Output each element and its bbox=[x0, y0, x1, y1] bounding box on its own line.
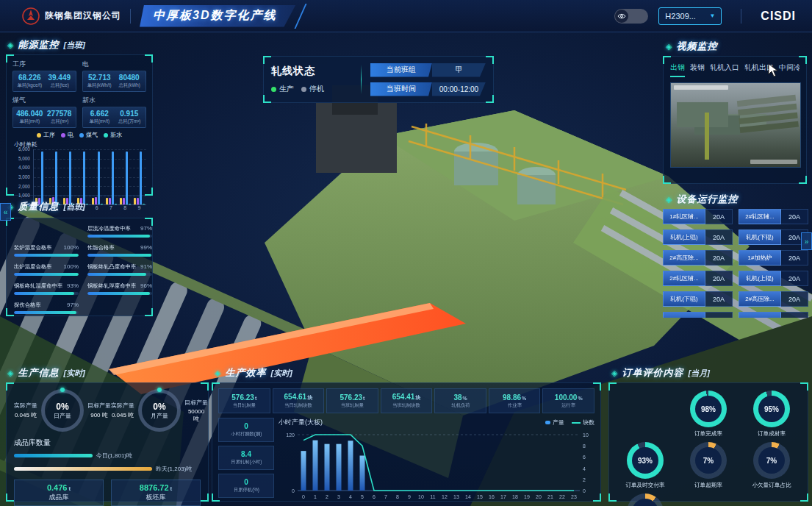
svg-text:5: 5 bbox=[361, 494, 364, 499]
production-title-text: 生产信息 bbox=[18, 366, 59, 380]
line-status-panel: 轧线状态 生产停机 当前班组甲当班时间00:00-12:00 bbox=[263, 56, 494, 103]
svg-text:6: 6 bbox=[373, 494, 376, 499]
collapse-left-tab[interactable]: « bbox=[0, 203, 11, 221]
store-box[interactable]: 8876.72t板坯库 bbox=[111, 480, 201, 506]
svg-text:8: 8 bbox=[396, 494, 399, 499]
device-name-button[interactable]: 2#高压除... bbox=[663, 250, 705, 266]
collapse-right-tab[interactable]: » bbox=[801, 232, 812, 250]
hourly-output-chart: 0123456789101112131415161718192021222312… bbox=[279, 427, 594, 501]
device-name-button[interactable]: 2#轧区辅... bbox=[663, 271, 705, 286]
stat-label: 当日轧制量 bbox=[233, 402, 256, 408]
hour-bar bbox=[313, 441, 318, 491]
device-current-value: 20A bbox=[781, 291, 808, 307]
quality-panel: 层流冷温度命中率97%装炉温度合格率100%性能合格率99%出炉温度合格率100… bbox=[6, 218, 153, 316]
line-status-badges: 当前班组甲当班时间00:00-12:00 bbox=[370, 63, 486, 96]
gauge-ring: 0%日产量 bbox=[41, 389, 84, 432]
energy-metric: 80480总耗(kWh) bbox=[115, 74, 145, 89]
quality-metric: 出炉温度合格率100% bbox=[14, 263, 79, 276]
efficiency-title-suffix: [实时] bbox=[270, 368, 292, 379]
device-name-button[interactable]: 轧机(下辊) bbox=[663, 291, 705, 307]
quality-metric-label: 装炉温度合格率 bbox=[14, 243, 52, 251]
energy-metric-label: 单耗(m³/t) bbox=[86, 118, 112, 125]
device-pair: 轧机(上辊)20A bbox=[663, 229, 733, 245]
device-current-value: 20A bbox=[781, 250, 808, 266]
energy-group-name: 新水 bbox=[82, 96, 146, 105]
store-unit: t bbox=[68, 485, 71, 492]
video-tab-出钢[interactable]: 出钢 bbox=[670, 63, 685, 77]
device-pair: 2#轧区辅...20A bbox=[663, 271, 733, 286]
device-pair: 2#高压除...20A bbox=[739, 291, 808, 307]
line-status-title: 轧线状态 bbox=[271, 65, 352, 78]
bar-group bbox=[34, 149, 48, 204]
status-badge-label: 当班时间 bbox=[370, 82, 432, 96]
efficiency-chart-area: 小时产量(大板) 产量块数 01234567891011121314151617… bbox=[279, 418, 594, 504]
device-row: 2#轧区辅...20A轧机(上辊)20A bbox=[663, 271, 808, 286]
order-donut-value: 93% bbox=[638, 457, 653, 465]
video-tab-轧机入口[interactable]: 轧机入口 bbox=[710, 63, 739, 77]
energy-metric-label: 总耗(tce) bbox=[46, 82, 73, 89]
stat-unit: % bbox=[578, 396, 582, 401]
energy-chart: 6,0005,0004,0003,0002,0001,0000 bbox=[12, 149, 146, 205]
device-name-button[interactable]: 2#轧区辅... bbox=[739, 209, 781, 224]
device-name-button[interactable]: 轧机(上辊) bbox=[739, 271, 781, 286]
yaxis-tick-label: 2,000 bbox=[18, 185, 30, 189]
video-tab-装钢[interactable]: 装钢 bbox=[690, 63, 705, 77]
devices-panel: 1#轧区辅...20A2#轧区辅...20A轧机(上辊)20A轧机(下辊)20A… bbox=[663, 209, 808, 318]
status-badge: 当班时间00:00-12:00 bbox=[370, 82, 486, 96]
energy-metric-label: 总耗(万m³) bbox=[116, 118, 143, 125]
gauge-actual: 实际产量0.045 吨 bbox=[111, 402, 134, 419]
stat-label: 运行率 bbox=[561, 402, 575, 408]
inventory-bar-row: 昨天(1,203)吨 bbox=[14, 465, 201, 473]
efficiency-stat: 98.86%作业率 bbox=[489, 388, 541, 413]
legend-label: 煤气 bbox=[86, 131, 98, 139]
line-status-legend: 生产停机 bbox=[271, 84, 352, 94]
stat-value: 576.23t bbox=[231, 393, 256, 402]
device-name-button[interactable]: 轧机(下辊) bbox=[739, 229, 781, 245]
stat-value: 100.00% bbox=[555, 393, 583, 402]
bar bbox=[95, 197, 97, 204]
order-donut-value: 95% bbox=[764, 405, 779, 413]
yaxis-tick-label: 5,000 bbox=[18, 157, 30, 161]
progress-fill bbox=[87, 273, 146, 276]
device-pair: 2#轧区辅...20A bbox=[739, 209, 808, 224]
store-label: 成品库 bbox=[49, 493, 69, 502]
svg-text:4: 4 bbox=[583, 466, 586, 471]
quality-metric-value: 91% bbox=[140, 263, 152, 270]
device-name-button[interactable] bbox=[663, 312, 705, 318]
device-current-value bbox=[781, 312, 808, 318]
gauge-target-value: 900 吨 bbox=[87, 411, 111, 419]
device-name-button[interactable]: 1#加热炉 bbox=[739, 250, 781, 266]
device-name-button[interactable]: 轧机(上辊) bbox=[663, 229, 705, 245]
device-current-value: 20A bbox=[781, 271, 808, 286]
order-donut-value: 98% bbox=[701, 405, 716, 413]
store-box[interactable]: 0.476t成品库 bbox=[14, 480, 104, 506]
quality-metric: 层流冷温度命中率97% bbox=[87, 224, 152, 238]
video-feed[interactable] bbox=[670, 82, 801, 168]
energy-chart-yaxis: 6,0005,0004,0003,0002,0001,0000 bbox=[12, 149, 33, 205]
bar bbox=[134, 198, 136, 204]
device-pair bbox=[663, 312, 733, 318]
diamond-icon: ◈ bbox=[7, 368, 13, 378]
quality-metric-header: 层流冷温度命中率97% bbox=[87, 224, 152, 232]
quality-metric-label: 钢板终轧温度命中率 bbox=[14, 282, 62, 289]
gauge-actual: 实际产量0.045 吨 bbox=[14, 402, 37, 419]
device-name-button[interactable]: 1#轧区辅... bbox=[663, 209, 705, 224]
legend-bar-icon bbox=[545, 421, 550, 424]
device-name-button[interactable] bbox=[739, 312, 781, 318]
xaxis-tick-label: 7 bbox=[104, 205, 118, 210]
video-feed-machinery bbox=[677, 102, 728, 127]
energy-title-text: 能源监控 bbox=[18, 38, 59, 51]
progress-track bbox=[14, 254, 79, 257]
legend-dot-icon bbox=[104, 133, 108, 138]
energy-metric-value: 68.226 bbox=[15, 74, 45, 82]
device-name-button[interactable]: 2#高压除... bbox=[739, 291, 781, 307]
energy-metric-value: 80480 bbox=[115, 74, 145, 82]
visibility-toggle[interactable] bbox=[614, 9, 648, 24]
video-tab-中间冷[interactable]: 中间冷 bbox=[779, 63, 800, 77]
progress-track bbox=[14, 311, 79, 314]
device-row-clipped bbox=[663, 312, 808, 318]
batch-select-dropdown[interactable]: H2309... ▼ bbox=[658, 7, 722, 25]
quality-metric: 钢板终轧温度命中率93% bbox=[14, 282, 79, 295]
bar bbox=[41, 152, 43, 204]
chart-legend-label: 块数 bbox=[583, 418, 594, 427]
